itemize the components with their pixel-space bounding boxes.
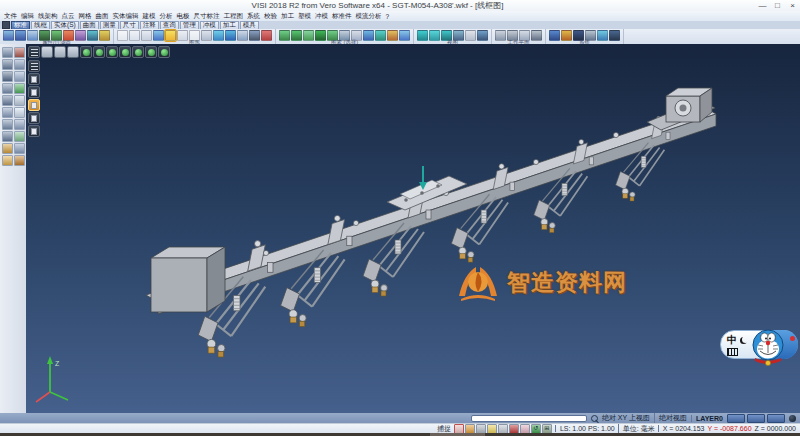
ime-mode-label[interactable]: 中 (727, 333, 737, 347)
menu-item-9[interactable]: 分析 (160, 12, 173, 21)
toolbox-tool-icon-18[interactable] (14, 143, 25, 154)
viewport-sidebar-button-4[interactable] (28, 99, 40, 111)
viewport-toolbar-button-4[interactable] (67, 46, 79, 58)
ribbon-tool-icon-2-3[interactable] (141, 30, 152, 41)
ribbon-tool-icon-3-4[interactable] (315, 30, 326, 41)
menu-item-6[interactable]: 曲面 (96, 12, 109, 21)
ribbon-tool-icon-3-2[interactable] (291, 30, 302, 41)
ribbon-tool-icon-3-11[interactable] (399, 30, 410, 41)
viewport-toolbar-button-10[interactable] (145, 46, 157, 58)
close-button[interactable]: × (785, 0, 800, 11)
ribbon-tool-icon-4-1[interactable] (417, 30, 428, 41)
menu-item-16[interactable]: 塑模 (298, 12, 311, 21)
menu-item-1[interactable]: 文件 (4, 12, 17, 21)
menu-item-12[interactable]: 工程图 (224, 12, 244, 21)
toolbox-tool-icon-17[interactable] (2, 143, 13, 154)
ribbon-tool-icon-1-3[interactable] (27, 30, 38, 41)
layer-quick-button-3[interactable] (767, 414, 785, 423)
viewport-toolbar-button-3[interactable] (54, 46, 66, 58)
ribbon-tool-icon-3-8[interactable] (363, 30, 374, 41)
active-layer-indicator[interactable]: LAYER0 (691, 415, 723, 422)
toolbox-tool-icon-16[interactable] (14, 131, 25, 142)
render-mode-icon[interactable] (789, 415, 796, 422)
menu-item-18[interactable]: 标准件 (332, 12, 352, 21)
viewport-toolbar-button-6[interactable] (93, 46, 105, 58)
snap-tool-icon-2[interactable] (465, 424, 475, 434)
snap-tool-icon-3[interactable] (476, 424, 486, 434)
ribbon-tool-icon-1-1[interactable] (3, 30, 14, 41)
menu-item-2[interactable]: 编辑 (21, 12, 34, 21)
snap-tool-icon-5[interactable] (498, 424, 508, 434)
layer-quick-button-2[interactable] (747, 414, 765, 423)
viewport-toolbar-button-8[interactable] (119, 46, 131, 58)
ribbon-tool-icon-6-5[interactable] (597, 30, 608, 41)
menu-item-20[interactable]: ? (386, 13, 390, 20)
snap-tool-icon-1[interactable] (454, 424, 464, 434)
viewport-toolbar-button-5[interactable] (80, 46, 92, 58)
menu-item-10[interactable]: 电极 (177, 12, 190, 21)
viewport-sidebar-button-1[interactable] (28, 60, 40, 72)
viewport-sidebar-button-5[interactable] (28, 112, 40, 124)
toolbox-tool-icon-19[interactable] (2, 155, 13, 166)
menu-item-17[interactable]: 冲模 (315, 12, 328, 21)
ribbon-tool-icon-3-9[interactable] (375, 30, 386, 41)
menu-item-13[interactable]: 系统 (247, 12, 260, 21)
toolbox-tool-icon-12[interactable] (14, 107, 25, 118)
ribbon-tool-icon-4-5[interactable] (465, 30, 476, 41)
ribbon-tool-icon-5-1[interactable] (495, 30, 506, 41)
menu-item-4[interactable]: 点云 (62, 12, 75, 21)
menu-item-15[interactable]: 加工 (281, 12, 294, 21)
quick-search-input[interactable] (471, 415, 587, 422)
workplane-indicator[interactable]: 绝对 XY 上视图 (602, 413, 650, 423)
ribbon-tool-icon-4-6[interactable] (477, 30, 488, 41)
snap-tool-icon-4[interactable] (487, 424, 497, 434)
ribbon-tool-icon-2-6[interactable] (177, 30, 188, 41)
minimize-button[interactable]: — (755, 0, 770, 11)
toolbox-tool-icon-20[interactable] (14, 155, 25, 166)
menu-item-19[interactable]: 模流分析 (356, 12, 382, 21)
keyboard-icon[interactable] (727, 348, 738, 356)
menu-item-14[interactable]: 校验 (264, 12, 277, 21)
viewport-sidebar-button-3[interactable] (28, 86, 40, 98)
menu-item-7[interactable]: 实体编辑 (113, 12, 139, 21)
ribbon-tool-icon-2-13[interactable] (261, 30, 272, 41)
maximize-button[interactable]: □ (770, 0, 785, 11)
toolbox-tool-icon-7[interactable] (2, 83, 13, 94)
ribbon-tool-icon-2-9[interactable] (213, 30, 224, 41)
ribbon-tool-icon-6-6[interactable] (609, 30, 620, 41)
ribbon-tool-icon-1-7[interactable] (75, 30, 86, 41)
snap-tool-icon-7[interactable] (520, 424, 530, 434)
toolbox-tool-icon-5[interactable] (2, 71, 13, 82)
toolbox-tool-icon-13[interactable] (2, 119, 13, 130)
snap-tool-icon-6[interactable] (509, 424, 519, 434)
menu-item-11[interactable]: 尺寸标注 (194, 12, 220, 21)
menu-item-5[interactable]: 网格 (79, 12, 92, 21)
toolbox-tool-icon-9[interactable] (2, 95, 13, 106)
ribbon-tool-icon-1-8[interactable] (87, 30, 98, 41)
snap-tool-icon-8[interactable]: ↺ (531, 424, 541, 434)
viewport-toolbar-button-11[interactable] (158, 46, 170, 58)
viewport-toolbar-button-1[interactable] (28, 46, 40, 58)
ribbon-tool-icon-2-1[interactable] (117, 30, 128, 41)
ribbon-tool-icon-6-1[interactable] (549, 30, 560, 41)
viewport-sidebar-button-2[interactable] (28, 73, 40, 85)
ribbon-tool-icon-2-4[interactable] (153, 30, 164, 41)
ribbon-tool-icon-3-3[interactable] (303, 30, 314, 41)
toolbox-tool-icon-6[interactable] (14, 71, 25, 82)
snap-tool-icon-9[interactable]: ⊞ (542, 424, 552, 434)
layer-quick-button-1[interactable] (727, 414, 745, 423)
ribbon-tool-icon-2-10[interactable] (225, 30, 236, 41)
toolbox-tool-icon-15[interactable] (2, 131, 13, 142)
viewport-toolbar-button-9[interactable] (132, 46, 144, 58)
viewport-sidebar-button-6[interactable] (28, 125, 40, 137)
toolbar-collapse-button[interactable] (2, 21, 10, 29)
menu-item-8[interactable]: 建模 (143, 12, 156, 21)
toolbox-tool-icon-11[interactable] (2, 107, 13, 118)
viewport-3d[interactable]: Z 智造资料网 中 (26, 44, 800, 413)
ribbon-tool-icon-1-9[interactable] (99, 30, 110, 41)
ribbon-tool-icon-2-2[interactable] (129, 30, 140, 41)
toolbox-tool-icon-8[interactable] (14, 83, 25, 94)
ribbon-tool-icon-4-2[interactable] (429, 30, 440, 41)
ribbon-tool-icon-2-5[interactable] (165, 30, 176, 41)
ribbon-tool-icon-3-10[interactable] (387, 30, 398, 41)
